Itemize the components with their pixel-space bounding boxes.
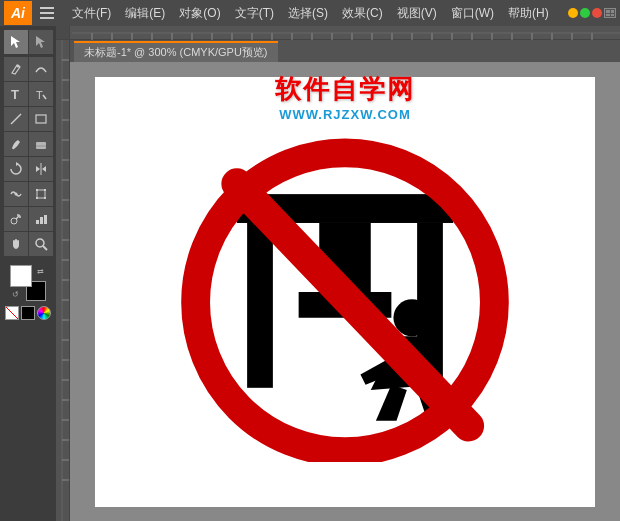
svg-text:T: T <box>11 87 19 101</box>
menu-file[interactable]: 文件(F) <box>66 3 117 24</box>
svg-point-26 <box>36 239 44 247</box>
hand-tool[interactable] <box>4 232 28 256</box>
touch-type-tool[interactable]: T <box>29 82 53 106</box>
toolbar: T T <box>0 26 56 521</box>
color-gradient-swatch[interactable] <box>37 306 51 320</box>
svg-rect-25 <box>44 215 47 224</box>
menu-help[interactable]: 帮助(H) <box>502 3 555 24</box>
svg-point-21 <box>17 214 19 216</box>
paintbrush-tool[interactable] <box>4 132 28 156</box>
svg-rect-14 <box>37 190 45 198</box>
svg-rect-17 <box>36 197 38 199</box>
menu-effect[interactable]: 效果(C) <box>336 3 389 24</box>
symbol-sprayer-tool[interactable] <box>4 207 28 231</box>
tab-bar: 未标题-1* @ 300% (CMYK/GPU预览) <box>70 40 620 62</box>
menu-bar: 文件(F) 编辑(E) 对象(O) 文字(T) 选择(S) 效果(C) 视图(V… <box>66 3 555 24</box>
menu-view[interactable]: 视图(V) <box>391 3 443 24</box>
menu-edit[interactable]: 编辑(E) <box>119 3 171 24</box>
menu-text[interactable]: 文字(T) <box>229 3 280 24</box>
column-graph-tool[interactable] <box>29 207 53 231</box>
svg-point-22 <box>19 216 21 218</box>
svg-rect-18 <box>44 197 46 199</box>
direct-select-tool[interactable] <box>29 30 53 54</box>
nav-menu-icon[interactable] <box>36 2 58 24</box>
svg-point-83 <box>393 299 430 336</box>
svg-marker-11 <box>36 166 40 172</box>
svg-marker-12 <box>42 166 46 172</box>
select-tool[interactable] <box>4 30 28 54</box>
svg-point-2 <box>16 65 19 68</box>
main-layout: T T <box>0 26 620 521</box>
svg-line-5 <box>11 114 21 124</box>
free-transform-tool[interactable] <box>29 182 53 206</box>
warp-tool[interactable] <box>4 182 28 206</box>
svg-rect-23 <box>36 220 39 224</box>
tab-area: 未标题-1* @ 300% (CMYK/GPU预览) 软件自学网 WWW.RJZ… <box>56 26 620 521</box>
svg-marker-1 <box>36 36 45 48</box>
rect-tool[interactable] <box>29 107 53 131</box>
color-swatches: ↺ ⇄ <box>5 265 51 320</box>
svg-marker-0 <box>11 36 20 48</box>
foreground-color-swatch[interactable] <box>10 265 32 287</box>
app-bar: Ai 文件(F) 编辑(E) 对象(O) 文字(T) 选择(S) 效果(C) 视… <box>0 0 620 26</box>
zoom-tool[interactable] <box>29 232 53 256</box>
svg-rect-15 <box>36 189 38 191</box>
eraser-tool[interactable] <box>29 132 53 156</box>
line-tool[interactable] <box>4 107 28 131</box>
menu-object[interactable]: 对象(O) <box>173 3 226 24</box>
svg-rect-6 <box>36 115 46 123</box>
ai-logo: Ai <box>4 1 32 25</box>
svg-rect-7 <box>36 142 46 149</box>
reflect-tool[interactable] <box>29 157 53 181</box>
svg-rect-24 <box>40 217 43 224</box>
none-swatch[interactable] <box>5 306 19 320</box>
horizontal-ruler <box>70 26 620 40</box>
menu-select[interactable]: 选择(S) <box>282 3 334 24</box>
pen-tool[interactable] <box>4 57 28 81</box>
vertical-ruler <box>56 40 70 521</box>
svg-rect-16 <box>44 189 46 191</box>
artboard[interactable] <box>95 77 595 507</box>
curvature-tool[interactable] <box>29 57 53 81</box>
svg-point-13 <box>14 193 17 196</box>
prohibition-sign-graphic <box>175 122 515 462</box>
canvas-area[interactable]: 软件自学网 WWW.RJZXW.COM <box>70 62 620 521</box>
svg-line-27 <box>43 246 47 250</box>
black-swatch[interactable] <box>21 306 35 320</box>
svg-rect-79 <box>247 222 273 387</box>
document-tab[interactable]: 未标题-1* @ 300% (CMYK/GPU预览) <box>74 41 278 62</box>
rotate-tool[interactable] <box>4 157 28 181</box>
menu-window[interactable]: 窗口(W) <box>445 3 500 24</box>
type-tool[interactable]: T <box>4 82 28 106</box>
svg-text:T: T <box>36 89 43 101</box>
